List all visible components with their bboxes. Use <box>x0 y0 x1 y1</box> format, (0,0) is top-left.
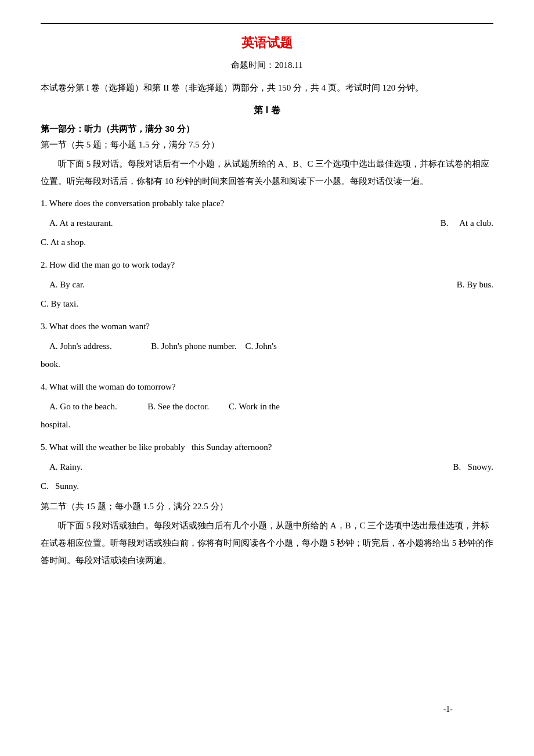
q2-option-a: A. By car. <box>41 276 212 293</box>
q5-option-b: B. Snowy. <box>358 459 493 476</box>
part1-title: 第一部分：听力（共两节，满分 30 分） <box>41 124 493 135</box>
q4-options-row1: A. Go to the beach. B. See the doctor. C… <box>41 398 493 415</box>
section1-label: 第一节（共 5 题；每小题 1.5 分，满分 7.5 分） <box>41 139 493 150</box>
question-2: 2. How did the man go to work today? <box>41 257 493 273</box>
juan1-title: 第 I 卷 <box>41 105 493 117</box>
q1-option-b: B. At a club. <box>358 215 493 232</box>
section1-instruction: 听下面 5 段对话。每段对话后有一个小题，从试题所给的 A、B、C 三个选项中选… <box>41 155 493 190</box>
q2-options: A. By car. B. By bus. <box>41 276 493 293</box>
section2-label: 第二节（共 15 题；每小题 1.5 分，满分 22.5 分） <box>41 501 493 512</box>
q5-option-a: A. Rainy. <box>41 459 212 476</box>
q4-option-c-wrap: hospital. <box>41 416 493 433</box>
intro-text: 本试卷分第 I 卷（选择题）和第 II 卷（非选择题）两部分，共 150 分，共… <box>41 79 493 96</box>
q5-option-c: C. Sunny. <box>41 478 493 495</box>
q2-option-c: C. By taxi. <box>41 296 493 312</box>
question-4: 4. What will the woman do tomorrow? <box>41 379 493 395</box>
q3-options-row1: A. John's address. B. John's phone numbe… <box>41 338 493 355</box>
question-5: 5. What will the weather be like probabl… <box>41 440 493 455</box>
q1-options: A. At a restaurant. B. At a club. <box>41 215 493 232</box>
page-wrapper: 英语试题 命题时间：2018.11 本试卷分第 I 卷（选择题）和第 II 卷（… <box>41 23 493 732</box>
question-1: 1. Where does the conversation probably … <box>41 196 493 211</box>
page-title: 英语试题 <box>41 34 493 52</box>
q2-option-b: B. By bus. <box>358 276 493 293</box>
subtitle: 命题时间：2018.11 <box>41 60 493 71</box>
q1-option-c: C. At a shop. <box>41 234 493 251</box>
top-divider <box>41 23 493 24</box>
q3-option-c-wrap: book. <box>41 356 493 373</box>
section2-instruction: 听下面 5 段对话或独白。每段对话或独白后有几个小题，从题中所给的 A，B，C … <box>41 517 493 569</box>
q1-number: 1. Where does the conversation probably … <box>41 199 224 208</box>
q1-option-a: A. At a restaurant. <box>41 215 212 232</box>
question-3: 3. What does the woman want? <box>41 319 493 334</box>
q5-options: A. Rainy. B. Snowy. <box>41 459 493 476</box>
page-number: -1- <box>443 705 453 714</box>
